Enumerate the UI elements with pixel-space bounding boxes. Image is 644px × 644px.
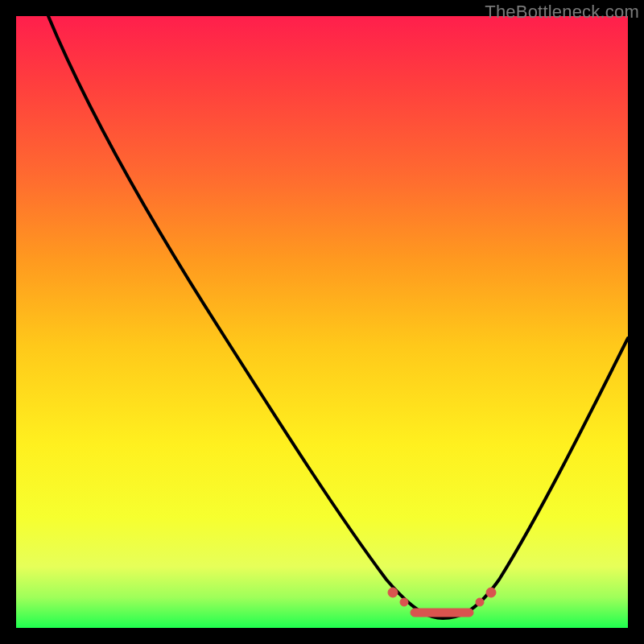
marker-dot	[476, 598, 484, 606]
marker-dot	[400, 598, 408, 606]
curve-layer	[16, 16, 628, 628]
trough-markers	[388, 588, 496, 617]
marker-bar	[411, 609, 473, 617]
bottleneck-curve	[48, 16, 628, 618]
chart-frame	[16, 16, 628, 628]
watermark: TheBottleneck.com	[485, 2, 639, 23]
plot-area	[16, 16, 628, 628]
marker-dot	[388, 588, 398, 597]
marker-dot	[486, 588, 496, 597]
